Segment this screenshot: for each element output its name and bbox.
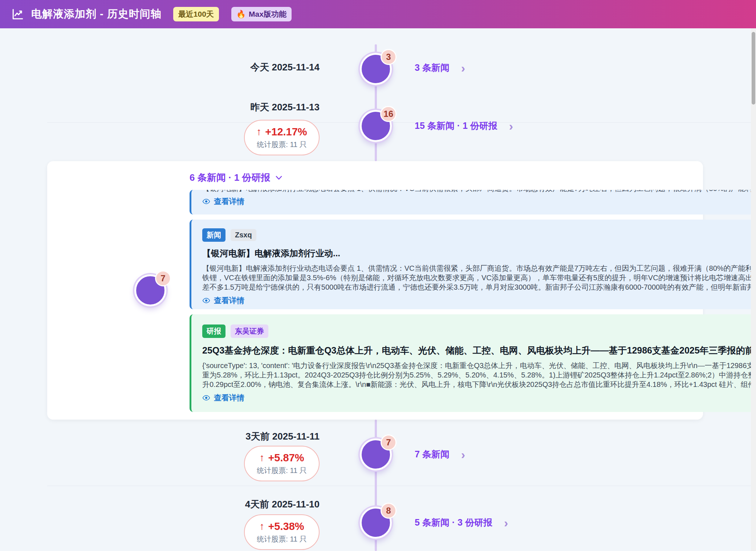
row-divider [47,486,756,486]
eye-icon [202,395,210,401]
news-card: 新闻 Zsxq 【银河电新】电解液添加剂行业动... 【银河电新】电解液添加剂行… [190,220,756,309]
event-count-badge: 7 [155,270,171,286]
up-arrow-icon: ↑ [256,126,261,138]
event-count-badge: 3 [381,49,397,65]
news-count-link[interactable]: 7 条新闻 › [415,448,465,460]
report-title: 25Q3基金持仓深度：电新重仓Q3总体上升，电动车、光伏、储能、工控、电网、风电… [202,344,756,356]
page-title: 电解液添加剂 - 历史时间轴 [31,7,162,21]
chevron-right-icon: › [461,64,465,72]
source-badge: 东吴证券 [231,325,268,338]
scrollbar-thumb[interactable] [752,32,755,105]
clipped-card-text: 【银河电新】电解液添加剂行业动态电话会要点 1、供需情况：VC当前供需很紧，头部… [202,190,756,193]
change-stat-pill: ↑ +5.87% 统计股票: 11 只 [244,446,320,481]
timeline-page: { "header": { "title": "电解液添加剂 - 历史时间轴",… [0,0,756,551]
timeline-date: 3天前 2025-11-11 [160,430,320,443]
up-arrow-icon: ↑ [259,521,264,532]
change-stat-pill: ↑ +12.17% 统计股票: 11 只 [244,120,320,155]
range-badge: 最近100天 [173,7,219,21]
change-percent: +12.17% [265,126,307,138]
stocks-count: 统计股票: 11 只 [257,534,306,544]
news-body-line: 【银河电新】电解液添加剂行业动态电话会要点 1、供需情况：VC当前供需很紧，头部… [202,264,756,273]
report-body-line: 升0.29pct至2.00%，钠电池、复合集流体上涨。\r\n■新能源：光伏、风… [202,380,756,389]
stocks-count: 统计股票: 11 只 [257,466,306,476]
day-summary-toggle[interactable]: 6 条新闻 · 1 份研报 [190,171,283,184]
news-card-clipped: 【银河电新】电解液添加剂行业动态电话会要点 1、供需情况：VC当前供需很紧，头部… [190,190,756,215]
chevron-down-icon [275,175,283,180]
fire-icon: 🔥 [236,10,246,19]
event-count-badge: 16 [380,106,397,122]
chevron-right-icon: › [509,122,513,130]
view-detail-link[interactable]: 查看详情 [202,295,756,306]
max-feature-label: Max版功能 [249,9,286,19]
stocks-count: 统计股票: 11 只 [257,140,306,150]
eye-icon [202,297,210,304]
max-feature-badge: 🔥 Max版功能 [231,7,292,21]
chevron-right-icon: › [461,450,465,459]
news-body-line: 铁锂，VC在铁锂里面的添加量是3.5%-6%（特别是储能，对循环充放电次数要求更… [202,273,756,282]
timeline-node[interactable]: 8 [360,507,392,539]
news-count-link[interactable]: 15 条新闻 · 1 份研报 › [415,120,513,132]
eye-icon [202,198,210,205]
report-card: 研报 东吴证券 25Q3基金持仓深度：电新重仓Q3总体上升，电动车、光伏、储能、… [190,314,756,412]
timeline-date: 今天 2025-11-14 [160,61,320,74]
app-header: 电解液添加剂 - 历史时间轴 最近100天 🔥 Max版功能 [0,0,756,28]
event-count-badge: 7 [381,434,397,450]
change-percent: +5.87% [268,452,304,464]
news-body-line: 差不多1.5万吨是给宁德保供的，只有5000吨在市场进行流通，宁德也还要外采3.… [202,282,756,292]
chart-line-icon [11,8,25,20]
view-detail-link[interactable]: 查看详情 [202,196,756,207]
timeline-node[interactable]: 3 [360,53,392,85]
report-body-line: 重为5.28%，环比上升1.13pct。2024Q3-2025Q3持仓比例分别为… [202,370,756,380]
scrollbar-track[interactable] [751,28,756,551]
source-badge: Zsxq [231,229,256,241]
news-count-link[interactable]: 3 条新闻 › [415,62,465,74]
news-count-link[interactable]: 5 条新闻 · 3 份研报 › [415,517,508,528]
row-divider [47,122,756,123]
report-type-badge: 研报 [202,325,225,338]
event-count-badge: 8 [381,503,397,519]
change-percent: +5.38% [268,521,304,532]
up-arrow-icon: ↑ [259,452,264,464]
timeline-date: 昨天 2025-11-13 [160,101,320,114]
view-detail-link[interactable]: 查看详情 [202,393,756,403]
timeline-date: 4天前 2025-11-10 [160,498,320,511]
news-type-badge: 新闻 [202,228,225,242]
chevron-right-icon: › [504,518,508,527]
timeline-node[interactable]: 16 [360,110,392,142]
change-stat-pill: ↑ +5.38% 统计股票: 11 只 [244,514,320,550]
timeline-node[interactable]: 7 [134,274,166,306]
report-body-line: {'sourceType': 13, 'content': '电力设备行业深度报… [202,361,756,370]
news-title: 【银河电新】电解液添加剂行业动... [202,248,756,259]
timeline-node[interactable]: 7 [360,438,392,470]
